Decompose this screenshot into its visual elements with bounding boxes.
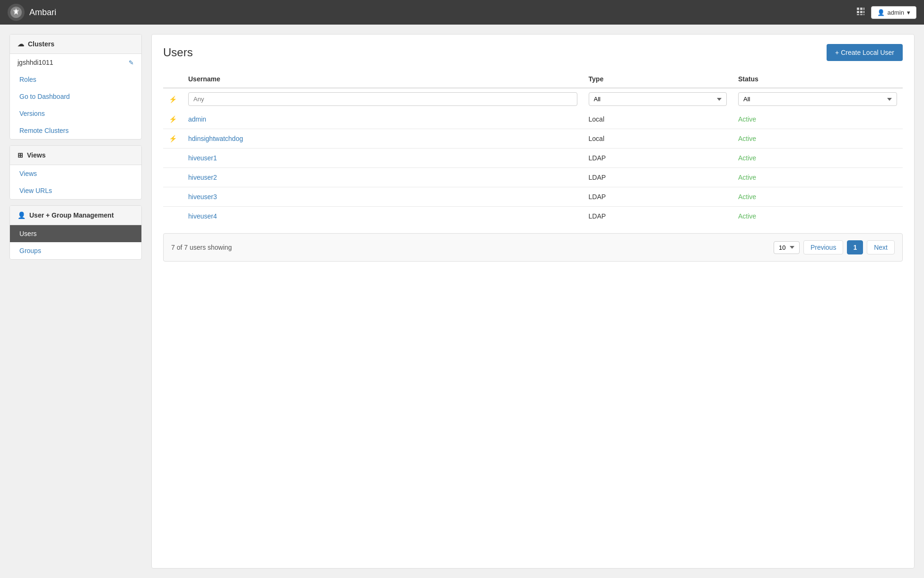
admin-dropdown-button[interactable]: 👤 admin ▾ <box>871 6 916 19</box>
table-row: hiveuser2LDAPActive <box>163 168 903 187</box>
username-cell: hiveuser1 <box>183 149 583 168</box>
previous-button[interactable]: Previous <box>803 240 843 254</box>
status-cell: Active <box>732 168 903 187</box>
username-link[interactable]: hdinsightwatchdog <box>188 135 243 142</box>
views-section: ⊞ Views Views View URLs <box>9 145 142 200</box>
filter-type-cell: All Local LDAP <box>583 88 732 110</box>
sidebar: ☁ Clusters jgshhdi1011 ✎ Roles Go to Das… <box>9 34 142 569</box>
dropdown-arrow-icon: ▾ <box>907 9 910 16</box>
ambari-logo <box>8 4 25 21</box>
pagination-controls: 10 25 50 Previous 1 Next <box>774 240 895 254</box>
type-filter-select[interactable]: All Local LDAP <box>589 92 727 106</box>
content-header: Users + Create Local User <box>163 44 903 61</box>
users-table-body: ⚡adminLocalActive⚡hdinsightwatchdogLocal… <box>163 110 903 226</box>
status-cell: Active <box>732 187 903 207</box>
user-group-section: 👤 User + Group Management Users Groups <box>9 205 142 260</box>
username-cell: hdinsightwatchdog <box>183 129 583 149</box>
filter-username-cell <box>183 88 583 110</box>
bolt-cell <box>163 187 183 207</box>
table-row: ⚡adminLocalActive <box>163 110 903 129</box>
username-link[interactable]: hiveuser1 <box>188 154 217 162</box>
type-cell: LDAP <box>583 207 732 226</box>
user-group-icon: 👤 <box>17 211 26 219</box>
cluster-name-item: jgshhdi1011 ✎ <box>10 54 141 71</box>
sidebar-item-views[interactable]: Views <box>10 165 141 182</box>
sidebar-item-view-urls[interactable]: View URLs <box>10 182 141 199</box>
type-cell: LDAP <box>583 149 732 168</box>
table-row: hiveuser4LDAPActive <box>163 207 903 226</box>
cloud-icon: ☁ <box>17 40 24 48</box>
user-group-section-header: 👤 User + Group Management <box>10 206 141 225</box>
username-col-header: Username <box>183 70 583 88</box>
table-row: hiveuser1LDAPActive <box>163 149 903 168</box>
status-filter-select[interactable]: All Active Inactive <box>738 92 897 106</box>
clusters-label: Clusters <box>28 40 54 48</box>
filter-status-cell: All Active Inactive <box>732 88 903 110</box>
sidebar-item-roles[interactable]: Roles <box>10 71 141 88</box>
username-link[interactable]: hiveuser3 <box>188 193 217 201</box>
svg-rect-8 <box>860 14 863 15</box>
bolt-icon: ⚡ <box>169 135 177 142</box>
bolt-cell: ⚡ <box>163 110 183 129</box>
bolt-cell: ⚡ <box>163 129 183 149</box>
top-navigation: Ambari 👤 admin ▾ <box>0 0 924 25</box>
user-icon: 👤 <box>877 9 885 16</box>
username-cell: hiveuser3 <box>183 187 583 207</box>
username-cell: hiveuser4 <box>183 207 583 226</box>
clusters-section: ☁ Clusters jgshhdi1011 ✎ Roles Go to Das… <box>9 34 142 140</box>
pagination-area: 7 of 7 users showing 10 25 50 Previous 1… <box>163 233 903 262</box>
cluster-name: jgshhdi1011 <box>17 59 53 66</box>
type-cell: LDAP <box>583 187 732 207</box>
username-cell: admin <box>183 110 583 129</box>
filter-bolt-icon: ⚡ <box>169 96 177 103</box>
grid-icon[interactable] <box>856 7 865 18</box>
nav-right: 👤 admin ▾ <box>856 6 916 19</box>
per-page-select[interactable]: 10 25 50 <box>774 241 800 254</box>
svg-rect-4 <box>857 11 859 13</box>
username-filter-input[interactable] <box>188 92 577 106</box>
svg-rect-2 <box>860 8 863 10</box>
filter-row: ⚡ All Local LDAP All <box>163 88 903 110</box>
user-group-label: User + Group Management <box>29 211 114 219</box>
main-layout: ☁ Clusters jgshhdi1011 ✎ Roles Go to Das… <box>0 25 924 578</box>
sidebar-item-groups[interactable]: Groups <box>10 242 141 259</box>
type-cell: LDAP <box>583 168 732 187</box>
sidebar-item-users[interactable]: Users <box>10 225 141 242</box>
svg-rect-5 <box>860 11 863 13</box>
svg-rect-9 <box>863 14 864 15</box>
svg-rect-3 <box>863 8 864 10</box>
type-cell: Local <box>583 110 732 129</box>
type-cell: Local <box>583 129 732 149</box>
status-cell: Active <box>732 207 903 226</box>
views-label: Views <box>27 151 45 159</box>
username-link[interactable]: hiveuser4 <box>188 212 217 220</box>
app-title: Ambari <box>29 8 56 18</box>
status-cell: Active <box>732 129 903 149</box>
bolt-cell <box>163 168 183 187</box>
svg-rect-1 <box>857 8 859 10</box>
sidebar-item-go-to-dashboard[interactable]: Go to Dashboard <box>10 88 141 105</box>
page-1-button[interactable]: 1 <box>847 240 863 254</box>
table-header-row: Username Type Status <box>163 70 903 88</box>
bolt-col-header <box>163 70 183 88</box>
table-row: hiveuser3LDAPActive <box>163 187 903 207</box>
showing-text: 7 of 7 users showing <box>171 244 232 251</box>
sidebar-item-versions[interactable]: Versions <box>10 105 141 122</box>
username-link[interactable]: hiveuser2 <box>188 174 217 181</box>
clusters-section-header: ☁ Clusters <box>10 35 141 54</box>
status-cell: Active <box>732 110 903 129</box>
users-table: Username Type Status ⚡ All Local <box>163 70 903 226</box>
next-button[interactable]: Next <box>867 240 895 254</box>
username-link[interactable]: admin <box>188 115 206 123</box>
bolt-cell <box>163 149 183 168</box>
username-cell: hiveuser2 <box>183 168 583 187</box>
filter-bolt-cell: ⚡ <box>163 88 183 110</box>
nav-left: Ambari <box>8 4 56 21</box>
edit-cluster-icon[interactable]: ✎ <box>129 59 134 66</box>
status-col-header: Status <box>732 70 903 88</box>
create-local-user-button[interactable]: + Create Local User <box>827 44 903 61</box>
svg-rect-7 <box>857 14 859 15</box>
table-row: ⚡hdinsightwatchdogLocalActive <box>163 129 903 149</box>
main-content: Users + Create Local User Username Type … <box>151 34 915 569</box>
sidebar-item-remote-clusters[interactable]: Remote Clusters <box>10 122 141 139</box>
